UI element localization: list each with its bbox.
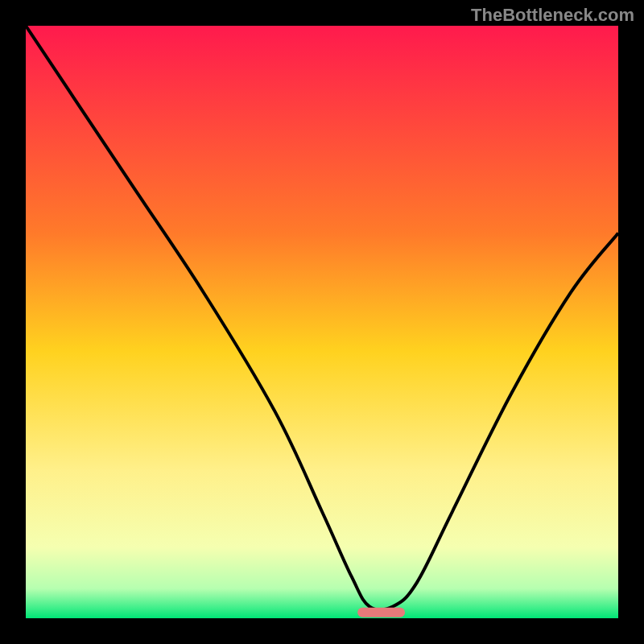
bottleneck-chart (26, 26, 618, 618)
plot-area (26, 26, 618, 618)
optimum-marker (357, 608, 405, 617)
watermark-text: TheBottleneck.com (471, 5, 634, 26)
chart-background (26, 26, 618, 618)
